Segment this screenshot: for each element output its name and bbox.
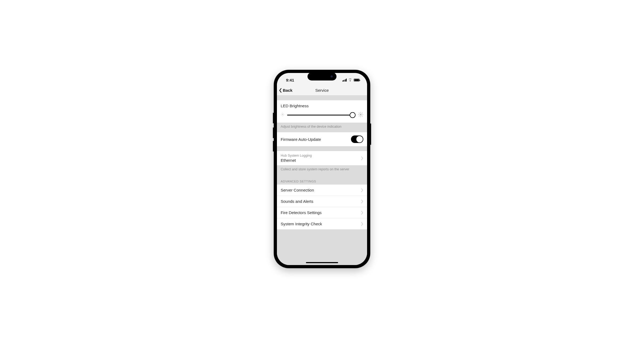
firmware-toggle[interactable] xyxy=(351,135,363,143)
brightness-high-icon xyxy=(358,112,363,118)
hub-logging-label: Hub System Logging xyxy=(281,154,359,157)
status-time: 9:41 xyxy=(286,78,294,82)
list-item-label: System Integrity Check xyxy=(281,222,359,226)
battery-icon xyxy=(354,79,360,82)
dynamic-island xyxy=(308,72,336,80)
navigation-bar: Back Service xyxy=(277,85,367,95)
svg-point-0 xyxy=(282,114,283,115)
content-scroll[interactable]: LED Brightness Adjust brightness of the … xyxy=(277,95,367,265)
status-indicators xyxy=(342,78,360,82)
wifi-icon xyxy=(348,78,352,82)
firmware-label: Firmware Auto-Update xyxy=(281,137,351,142)
screen: 9:41 Back Service xyxy=(277,73,367,265)
chevron-right-icon xyxy=(361,200,363,203)
chevron-right-icon xyxy=(361,222,363,226)
brightness-footer: Adjust brightness of the device indicati… xyxy=(277,123,367,132)
back-label: Back xyxy=(283,88,292,93)
brightness-slider[interactable] xyxy=(287,112,355,118)
led-brightness-label: LED Brightness xyxy=(281,104,363,108)
sounds-alerts-cell[interactable]: Sounds and Alerts xyxy=(277,196,367,207)
svg-line-8 xyxy=(281,115,282,116)
firmware-auto-update-cell: Firmware Auto-Update xyxy=(277,132,367,146)
svg-point-9 xyxy=(360,114,362,116)
hub-logging-value: Ethernet xyxy=(281,158,359,163)
chevron-left-icon xyxy=(279,88,282,93)
svg-line-14 xyxy=(359,113,360,113)
home-indicator[interactable] xyxy=(306,262,338,263)
advanced-header: ADVANCED SETTINGS xyxy=(277,175,367,185)
server-connection-cell[interactable]: Server Connection xyxy=(277,185,367,196)
svg-line-16 xyxy=(362,113,363,113)
chevron-right-icon xyxy=(361,188,363,192)
svg-line-6 xyxy=(283,115,284,116)
phone-frame: 9:41 Back Service xyxy=(274,70,370,268)
cellular-icon xyxy=(342,79,347,82)
list-item-label: Fire Detectors Settings xyxy=(281,210,359,215)
list-item-label: Server Connection xyxy=(281,188,359,192)
list-item-label: Sounds and Alerts xyxy=(281,199,359,204)
svg-line-17 xyxy=(359,116,360,116)
slider-thumb[interactable] xyxy=(350,112,356,118)
chevron-right-icon xyxy=(361,211,363,215)
back-button[interactable]: Back xyxy=(279,88,315,93)
led-brightness-cell: LED Brightness xyxy=(277,100,367,123)
system-integrity-cell[interactable]: System Integrity Check xyxy=(277,218,367,229)
page-title: Service xyxy=(315,88,329,93)
svg-line-7 xyxy=(283,113,284,114)
brightness-low-icon xyxy=(281,113,284,117)
svg-line-5 xyxy=(281,113,282,114)
svg-line-15 xyxy=(362,116,363,116)
chevron-right-icon xyxy=(361,156,363,160)
fire-detectors-cell[interactable]: Fire Detectors Settings xyxy=(277,207,367,218)
hub-logging-footer: Collect and store system reports on the … xyxy=(277,165,367,175)
hub-logging-cell[interactable]: Hub System Logging Ethernet xyxy=(277,151,367,165)
